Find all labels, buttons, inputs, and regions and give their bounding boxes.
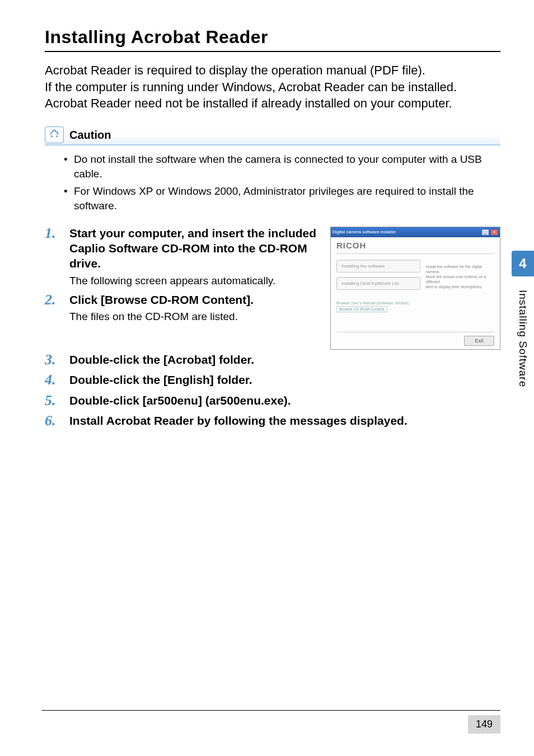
caution-item: For Windows XP or Windows 2000, Administ…	[74, 184, 500, 213]
step: 3. Double-click the [Acrobat] folder.	[45, 352, 500, 368]
step: 2. Click [Browse CD-ROM Content]. The fi…	[45, 292, 319, 324]
window-titlebar: Digital camera software installer _ ×	[331, 227, 500, 237]
install-desktopbinder-button[interactable]: Installing DeskTopBinder Lite	[336, 277, 420, 290]
svg-point-2	[57, 132, 58, 133]
step: 6. Install Acrobat Reader by following t…	[45, 413, 500, 429]
step-title: Install Acrobat Reader by following the …	[69, 413, 500, 428]
step-number: 5.	[45, 393, 69, 409]
step: 1. Start your computer, and insert the i…	[45, 226, 319, 288]
step-desc: The following screen appears automatical…	[69, 274, 319, 288]
step-number: 6.	[45, 413, 69, 429]
step-number: 1.	[45, 226, 69, 288]
exit-button[interactable]: Exit	[464, 336, 494, 346]
browse-manual-link[interactable]: Browse User's Manual (Software Version)	[336, 301, 420, 305]
caution-label: Caution	[69, 129, 111, 142]
step: 4. Double-click the [English] folder.	[45, 372, 500, 388]
page-number: 149	[468, 715, 500, 734]
page-footer: 149	[41, 710, 500, 734]
intro-paragraph: Acrobat Reader is required to display th…	[45, 62, 500, 112]
step: 5. Double-click [ar500enu] (ar500enu.exe…	[45, 393, 500, 409]
divider	[336, 253, 494, 254]
chapter-title: Installing Software	[517, 290, 529, 387]
step-number: 3.	[45, 352, 69, 368]
caution-item: Do not install the software when the cam…	[74, 152, 500, 181]
minimize-icon[interactable]: _	[481, 229, 489, 236]
browse-cdrom-link[interactable]: Browse CD-ROM Content	[336, 306, 387, 312]
installer-description: Install the software for the digital cam…	[426, 260, 494, 313]
svg-point-0	[51, 135, 53, 137]
caution-header: Caution	[45, 126, 500, 145]
step-title: Double-click [ar500enu] (ar500enu.exe).	[69, 393, 500, 408]
caution-list: Do not install the software when the cam…	[45, 152, 500, 213]
step-title: Double-click the [Acrobat] folder.	[69, 352, 500, 367]
step-title: Double-click the [English] folder.	[69, 372, 500, 387]
footer-rule	[41, 710, 500, 711]
step-number: 2.	[45, 292, 69, 324]
chapter-tab: 4 Installing Software	[512, 251, 534, 387]
step-desc: The files on the CD-ROM are listed.	[69, 309, 319, 324]
step-title: Click [Browse CD-ROM Content].	[69, 292, 319, 307]
caution-icon	[45, 126, 64, 143]
close-icon[interactable]: ×	[490, 229, 498, 236]
step-number: 4.	[45, 372, 69, 388]
installer-logo: RICOH	[336, 241, 494, 250]
window-title: Digital camera software installer	[332, 229, 396, 234]
steps-list: 1. Start your computer, and insert the i…	[45, 226, 319, 328]
steps-list-continued: 3. Double-click the [Acrobat] folder. 4.…	[45, 352, 500, 429]
page-title: Installing Acrobat Reader	[45, 27, 500, 52]
chapter-number: 4	[512, 251, 534, 276]
installer-screenshot: Digital camera software installer _ × RI…	[330, 227, 500, 350]
step-title: Start your computer, and insert the incl…	[69, 226, 319, 271]
install-software-button[interactable]: Installing the software	[336, 260, 420, 273]
svg-point-1	[56, 135, 58, 137]
